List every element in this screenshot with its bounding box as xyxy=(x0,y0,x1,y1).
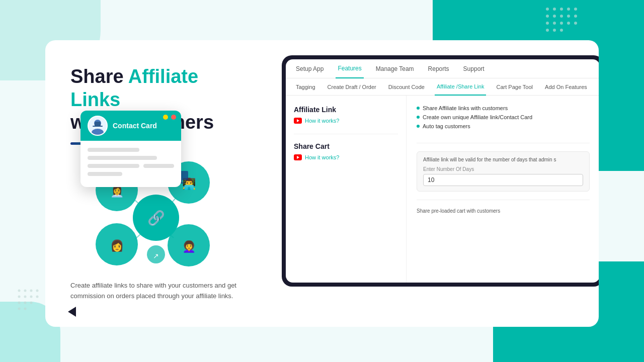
svg-text:🔗: 🔗 xyxy=(147,210,165,226)
days-input[interactable] xyxy=(423,174,583,186)
svg-point-24 xyxy=(30,296,33,298)
svg-point-23 xyxy=(24,296,27,298)
youtube-icon-2 xyxy=(294,154,302,160)
svg-point-27 xyxy=(24,302,27,304)
skeleton-row xyxy=(88,164,174,168)
svg-point-29 xyxy=(18,308,21,310)
arrow-decoration xyxy=(68,307,76,317)
svg-point-6 xyxy=(553,15,556,18)
info-text: Affiliate link will be valid for the num… xyxy=(423,157,583,162)
svg-point-17 xyxy=(560,29,563,32)
window-controls xyxy=(163,115,176,120)
dots-pattern-top xyxy=(543,5,584,35)
nav-features[interactable]: Features xyxy=(336,59,363,78)
svg-text:👩‍🦱: 👩‍🦱 xyxy=(182,240,196,253)
nav-setup-app[interactable]: Setup App xyxy=(294,59,326,78)
headline-part1: Share xyxy=(70,66,128,87)
skeleton-2 xyxy=(88,156,157,160)
skeleton-5 xyxy=(88,172,122,176)
affiliate-link-title: Affiliate Link xyxy=(294,106,398,114)
sub-nav-add-on[interactable]: Add On Features xyxy=(543,78,589,96)
description: Create affiliate links to share with you… xyxy=(70,281,242,302)
input-label: Enter Number Of Days xyxy=(423,166,583,172)
info-box: Affiliate link will be valid for the num… xyxy=(417,151,590,192)
svg-point-26 xyxy=(18,302,21,304)
svg-point-5 xyxy=(546,15,549,18)
svg-point-20 xyxy=(30,290,33,292)
minimize-button[interactable] xyxy=(163,115,168,120)
svg-text:↗: ↗ xyxy=(153,252,159,260)
tablet-screen: Setup App Features Manage Team Reports S… xyxy=(286,59,599,283)
tablet-container: Setup App Features Manage Team Reports S… xyxy=(257,55,599,307)
sub-nav-create-draft[interactable]: Create Draft / Order xyxy=(326,78,378,96)
contact-card-body xyxy=(80,141,181,187)
svg-point-30 xyxy=(24,308,27,310)
skeleton-3 xyxy=(88,164,139,168)
divider-2 xyxy=(417,143,590,143)
sub-nav-discount-code[interactable]: Discount Code xyxy=(386,78,427,96)
svg-point-11 xyxy=(553,22,556,25)
contact-card-header: Contact Card xyxy=(80,111,181,141)
svg-point-10 xyxy=(546,22,549,25)
svg-point-3 xyxy=(567,8,570,11)
feature-item-1: Share Affiliate links with customers xyxy=(417,104,590,113)
svg-text:👩: 👩 xyxy=(110,239,124,252)
contact-card-popup[interactable]: Contact Card xyxy=(80,111,181,187)
nav-reports[interactable]: Reports xyxy=(426,59,451,78)
svg-point-8 xyxy=(567,15,570,18)
svg-point-7 xyxy=(560,15,563,18)
svg-point-9 xyxy=(574,15,577,18)
avatar xyxy=(88,116,108,136)
divider-3 xyxy=(417,200,590,200)
feature-item-3: Auto tag customers xyxy=(417,122,590,131)
svg-point-15 xyxy=(546,29,549,32)
feature-item-2: Create own unique Affiliate link/Contact… xyxy=(417,113,590,122)
content-area: Affiliate Link How it works? Share Cart … xyxy=(286,96,599,283)
svg-point-16 xyxy=(553,29,556,32)
svg-point-28 xyxy=(30,302,33,304)
sub-nav-tagging[interactable]: Tagging xyxy=(294,78,317,96)
youtube-icon xyxy=(294,118,302,124)
share-cart-desc: Share pre-loaded cart with customers xyxy=(417,208,590,214)
svg-point-14 xyxy=(574,22,577,25)
content-right: Share Affiliate links with customers Cre… xyxy=(407,96,599,283)
svg-rect-55 xyxy=(93,126,103,127)
svg-point-13 xyxy=(567,22,570,25)
svg-point-21 xyxy=(36,290,39,292)
content-left: Affiliate Link How it works? Share Cart … xyxy=(286,96,407,283)
sub-nav-cart-page[interactable]: Cart Page Tool xyxy=(494,78,535,96)
affiliate-how-it-works[interactable]: How it works? xyxy=(294,118,398,124)
svg-point-2 xyxy=(560,8,563,11)
skeleton-4 xyxy=(143,164,175,168)
divider-1 xyxy=(294,134,398,134)
svg-point-0 xyxy=(546,8,549,11)
svg-point-12 xyxy=(560,22,563,25)
svg-point-22 xyxy=(18,296,21,298)
share-cart-how-it-works[interactable]: How it works? xyxy=(294,154,398,160)
app-nav: Setup App Features Manage Team Reports S… xyxy=(286,59,599,78)
share-cart-title: Share Cart xyxy=(294,142,398,150)
sub-nav: Tagging Create Draft / Order Discount Co… xyxy=(286,78,599,96)
sub-nav-affiliate[interactable]: Affiliate /Share Link xyxy=(435,78,487,96)
tablet-frame: Setup App Features Manage Team Reports S… xyxy=(282,55,599,287)
svg-point-4 xyxy=(574,8,577,11)
svg-point-1 xyxy=(553,8,556,11)
svg-point-18 xyxy=(18,290,21,292)
share-cart-how-it-works-label: How it works? xyxy=(305,154,339,160)
feature-list: Share Affiliate links with customers Cre… xyxy=(417,104,590,131)
nav-manage-team[interactable]: Manage Team xyxy=(374,59,416,78)
dots-pattern-bottom xyxy=(15,287,45,312)
skeleton-1 xyxy=(88,148,139,152)
svg-point-19 xyxy=(24,290,27,292)
nav-support[interactable]: Support xyxy=(461,59,487,78)
affiliate-how-it-works-label: How it works? xyxy=(305,118,339,124)
contact-card-title: Contact Card xyxy=(113,122,157,130)
svg-point-25 xyxy=(36,296,39,298)
close-button[interactable] xyxy=(171,115,176,120)
